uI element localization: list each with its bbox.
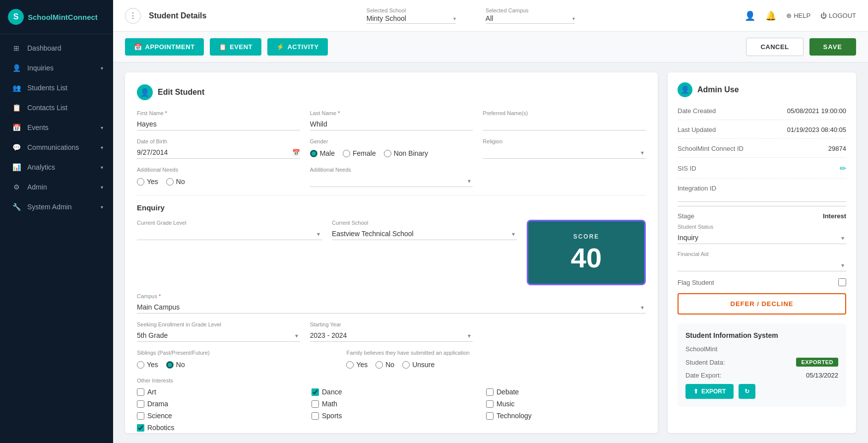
interest-debate[interactable]: Debate xyxy=(486,388,646,396)
drama-checkbox[interactable] xyxy=(137,400,144,408)
help-button[interactable]: ⊕ HELP xyxy=(786,12,810,19)
math-checkbox[interactable] xyxy=(311,400,319,408)
robotics-checkbox[interactable] xyxy=(137,424,144,432)
sis-title: Student Information System xyxy=(685,331,838,339)
sidebar-item-contacts-list[interactable]: 📋 Contacts List xyxy=(0,98,113,118)
religion-group: Religion xyxy=(483,138,646,159)
family-unsure[interactable]: Unsure xyxy=(402,361,434,369)
gender-female-radio[interactable] xyxy=(343,150,350,157)
additional-needs-no[interactable]: No xyxy=(166,178,185,186)
interest-science[interactable]: Science xyxy=(137,412,297,420)
last-name-input[interactable] xyxy=(310,118,473,130)
gender-nonbinary-radio[interactable] xyxy=(384,150,391,157)
sidebar-item-inquiries[interactable]: 👤 Inquiries ▾ xyxy=(0,58,113,78)
menu-button[interactable]: ⋮ xyxy=(125,8,141,24)
interest-music[interactable]: Music xyxy=(486,400,646,408)
interests-col-2: Debate Music Technology xyxy=(486,388,646,436)
family-no-radio[interactable] xyxy=(375,361,383,369)
science-checkbox[interactable] xyxy=(137,412,144,420)
sis-id-edit-icon[interactable]: ✏ xyxy=(840,164,846,173)
last-updated-label: Last Updated xyxy=(678,126,716,133)
cancel-button[interactable]: CANCEL xyxy=(746,38,803,56)
edit-student-card: 👤 Edit Student First Name * Last Name * xyxy=(125,72,658,433)
gender-group: Gender Male Female Non Binary xyxy=(310,138,473,159)
sports-checkbox[interactable] xyxy=(311,412,319,420)
campus-dropdown[interactable]: All ▾ xyxy=(486,14,575,24)
current-school-group: Current School Eastview Technical School xyxy=(332,220,517,240)
starting-year-select[interactable]: 2023 - 2024 xyxy=(310,329,473,342)
first-name-input[interactable] xyxy=(137,118,300,130)
music-checkbox[interactable] xyxy=(486,400,494,408)
sidebar-item-system-admin[interactable]: 🔧 System Admin ▾ xyxy=(0,197,113,217)
student-status-label: Student Status xyxy=(678,224,846,230)
family-unsure-radio[interactable] xyxy=(402,361,410,369)
sidebar-item-admin[interactable]: ⚙ Admin ▾ xyxy=(0,177,113,197)
interest-art[interactable]: Art xyxy=(137,388,297,396)
sidebar-item-events[interactable]: 📅 Events ▾ xyxy=(0,118,113,137)
date-created-label: Date Created xyxy=(678,107,716,115)
sidebar-item-label: Admin xyxy=(27,183,47,191)
siblings-yes-radio[interactable] xyxy=(137,361,144,369)
sidebar-item-analytics[interactable]: 📊 Analytics ▾ xyxy=(0,157,113,177)
sidebar-item-communications[interactable]: 💬 Communications ▾ xyxy=(0,137,113,157)
event-button[interactable]: 📋 EVENT xyxy=(210,38,261,56)
technology-checkbox[interactable] xyxy=(486,412,494,420)
gender-nonbinary-option[interactable]: Non Binary xyxy=(384,149,428,157)
additional-needs-no-radio[interactable] xyxy=(166,178,174,186)
sidebar-item-label: Contacts List xyxy=(27,104,67,112)
refresh-button[interactable]: ↻ xyxy=(739,384,755,399)
debate-checkbox[interactable] xyxy=(486,388,494,396)
user-icon[interactable]: 👤 xyxy=(744,10,755,21)
family-no[interactable]: No xyxy=(375,361,394,369)
financial-aid-select[interactable] xyxy=(678,259,846,271)
flag-student-checkbox[interactable] xyxy=(838,278,846,286)
activity-button[interactable]: ⚡ ACTIVITY xyxy=(267,38,328,56)
additional-needs-select[interactable] xyxy=(310,175,473,187)
family-yes[interactable]: Yes xyxy=(346,361,368,369)
family-yes-radio[interactable] xyxy=(346,361,354,369)
siblings-no[interactable]: No xyxy=(166,361,185,369)
art-checkbox[interactable] xyxy=(137,388,144,396)
interest-sports[interactable]: Sports xyxy=(311,412,471,420)
dance-checkbox[interactable] xyxy=(311,388,319,396)
financial-aid-select-wrapper xyxy=(678,259,846,271)
student-status-select[interactable]: Inquiry xyxy=(678,232,846,244)
preferred-name-group: Preferred Name(s) xyxy=(483,110,646,130)
interest-dance[interactable]: Dance xyxy=(311,388,471,396)
student-status-select-wrapper: Inquiry xyxy=(678,232,846,244)
chevron-down-icon: ▾ xyxy=(101,65,103,71)
appointment-button[interactable]: 📅 APPOINTMENT xyxy=(125,38,204,56)
additional-needs-yes[interactable]: Yes xyxy=(137,178,158,186)
integration-id-input[interactable] xyxy=(678,192,846,202)
campus-select[interactable]: Main Campus xyxy=(137,301,646,314)
preferred-name-input[interactable] xyxy=(483,118,646,130)
current-school-select[interactable]: Eastview Technical School xyxy=(332,228,517,240)
gender-male-option[interactable]: Male xyxy=(310,149,335,157)
sidebar-item-students-list[interactable]: 👥 Students List xyxy=(0,78,113,98)
sidebar-item-dashboard[interactable]: ⊞ Dashboard xyxy=(0,38,113,58)
seeking-grade-select[interactable]: 5th Grade xyxy=(137,329,300,342)
current-grade-select[interactable] xyxy=(137,228,322,240)
defer-decline-button[interactable]: DEFER / DECLINE xyxy=(678,293,846,315)
siblings-no-radio[interactable] xyxy=(166,361,174,369)
notification-icon[interactable]: 🔔 xyxy=(765,10,776,21)
calendar-icon[interactable]: 📅 xyxy=(292,149,300,156)
dob-input[interactable] xyxy=(137,148,289,156)
chevron-down-icon: ▾ xyxy=(572,16,575,21)
siblings-yes[interactable]: Yes xyxy=(137,361,158,369)
logout-button[interactable]: ⏻ LOGOUT xyxy=(820,12,856,19)
interest-drama[interactable]: Drama xyxy=(137,400,297,408)
interest-technology[interactable]: Technology xyxy=(486,412,646,420)
interest-robotics[interactable]: Robotics xyxy=(137,424,297,432)
additional-needs-yes-radio[interactable] xyxy=(137,178,144,186)
power-icon: ⏻ xyxy=(820,12,827,19)
gender-female-option[interactable]: Female xyxy=(343,149,376,157)
additional-needs-row: Additional Needs Yes No Additional Needs xyxy=(137,167,646,187)
gender-male-radio[interactable] xyxy=(310,150,317,157)
school-dropdown[interactable]: Minty School ▾ xyxy=(367,14,456,24)
topbar-right: 👤 🔔 ⊕ HELP ⏻ LOGOUT xyxy=(744,10,856,21)
religion-select[interactable] xyxy=(483,146,646,159)
interest-math[interactable]: Math xyxy=(311,400,471,408)
export-button[interactable]: ⬆ EXPORT xyxy=(685,384,734,399)
save-button[interactable]: SAVE xyxy=(809,38,856,56)
